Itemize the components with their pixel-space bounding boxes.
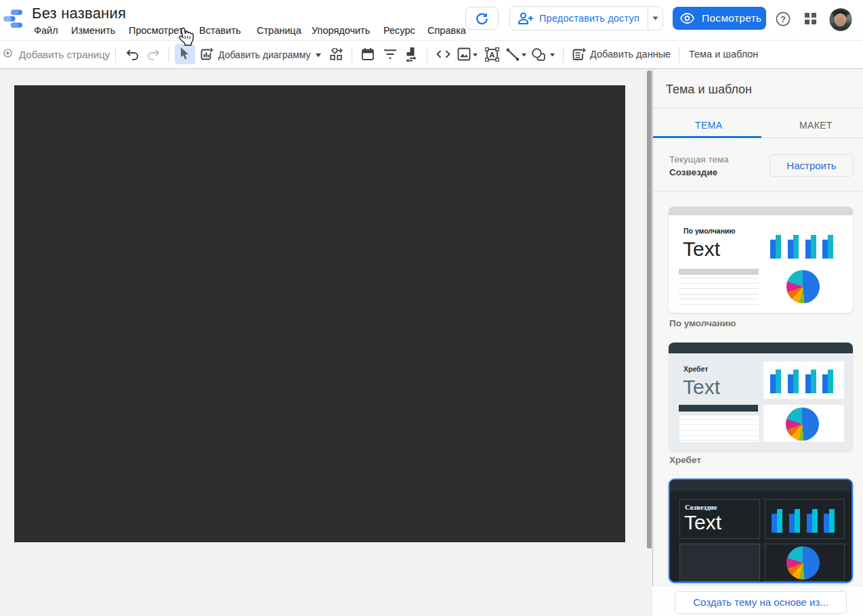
- svg-text:?: ?: [780, 14, 786, 24]
- svg-text:A: A: [489, 51, 494, 59]
